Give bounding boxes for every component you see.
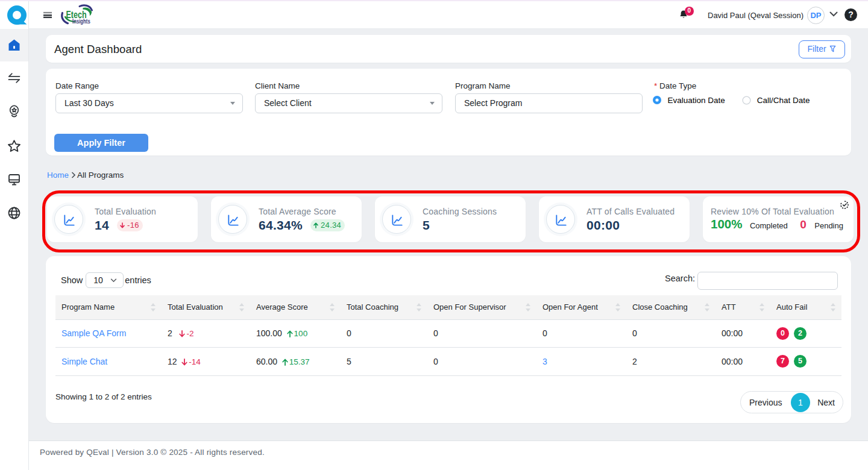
svg-text:Insights: Insights — [72, 18, 90, 25]
